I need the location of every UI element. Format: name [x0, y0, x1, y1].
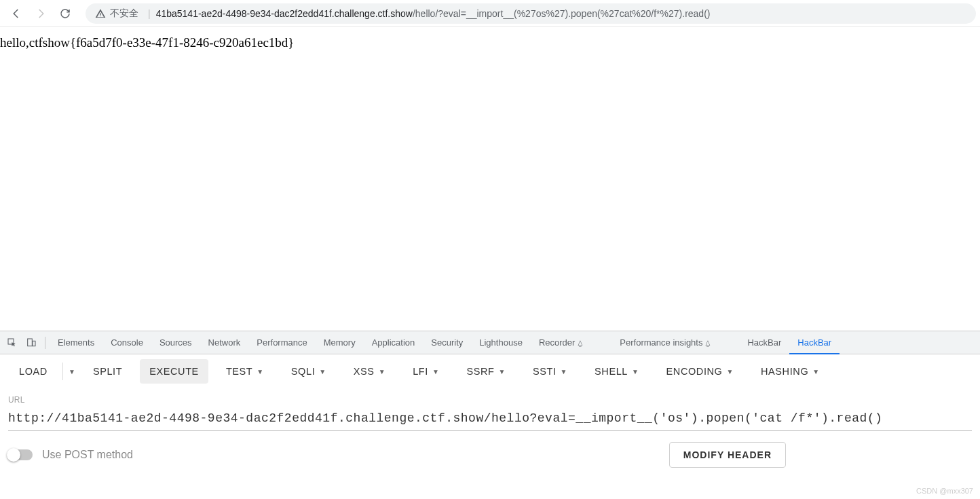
chevron-down-icon: ▼: [257, 368, 264, 375]
toolbar-divider: [62, 363, 63, 380]
inspect-icon: [7, 337, 18, 348]
forward-button[interactable]: [30, 3, 52, 24]
browser-toolbar: 不安全 | 41ba5141-ae2d-4498-9e34-dac2f2edd4…: [0, 0, 980, 27]
chevron-down-icon: ▼: [561, 368, 568, 375]
ssrf-menu-label: SSRF: [466, 366, 494, 377]
address-separator: |: [148, 8, 151, 19]
tab-performance-insights[interactable]: Performance insights⍙: [611, 331, 719, 354]
tab-memory[interactable]: Memory: [316, 331, 364, 354]
tab-sources[interactable]: Sources: [151, 331, 200, 354]
tab-elements[interactable]: Elements: [50, 331, 102, 354]
hackbar-form: URL Use POST method MODIFY HEADER: [0, 388, 980, 468]
test-menu[interactable]: TEST▼: [216, 359, 274, 384]
tab-recorder-label: Recorder: [539, 337, 575, 348]
svg-rect-2: [33, 341, 35, 346]
address-host: 41ba5141-ae2d-4498-9e34-dac2f2edd41f.cha…: [156, 8, 413, 19]
execute-button[interactable]: EXECUTE: [140, 359, 208, 384]
hashing-menu[interactable]: HASHING▼: [751, 359, 829, 384]
tab-hackbar-2[interactable]: HackBar: [789, 331, 840, 354]
test-menu-label: TEST: [226, 366, 252, 377]
chevron-down-icon: ▼: [379, 368, 386, 375]
encoding-menu[interactable]: ENCODING▼: [657, 359, 743, 384]
lfi-menu[interactable]: LFI▼: [403, 359, 449, 384]
chevron-down-icon: ▼: [812, 368, 820, 375]
devtools-panel: Elements Console Sources Network Perform…: [0, 331, 980, 499]
encoding-menu-label: ENCODING: [666, 366, 723, 377]
inspect-button[interactable]: [3, 333, 22, 352]
chevron-down-icon: ▼: [727, 368, 734, 375]
post-toggle-label: Use POST method: [42, 449, 133, 461]
sqli-menu[interactable]: SQLI▼: [282, 359, 336, 384]
flask-icon: ⍙: [705, 337, 711, 348]
sqli-menu-label: SQLI: [291, 366, 315, 377]
flask-icon: ⍙: [578, 337, 583, 348]
watermark: CSDN @mxx307: [916, 487, 973, 495]
chevron-down-icon: ▼: [319, 368, 326, 375]
lfi-menu-label: LFI: [413, 366, 428, 377]
svg-rect-1: [28, 339, 33, 346]
tab-console[interactable]: Console: [102, 331, 151, 354]
url-input[interactable]: [8, 409, 972, 431]
arrow-left-icon: [10, 7, 22, 20]
address-bar[interactable]: 不安全 | 41ba5141-ae2d-4498-9e34-dac2f2edd4…: [86, 3, 976, 24]
tab-lighthouse[interactable]: Lighthouse: [471, 331, 531, 354]
tab-security[interactable]: Security: [423, 331, 471, 354]
reload-button[interactable]: [54, 3, 76, 24]
device-icon: [26, 337, 37, 348]
load-button[interactable]: LOAD: [10, 359, 57, 384]
url-field-label: URL: [8, 395, 972, 405]
arrow-right-icon: [35, 7, 47, 20]
tab-performance[interactable]: Performance: [248, 331, 315, 354]
devtools-divider: [45, 337, 45, 349]
tab-network[interactable]: Network: [200, 331, 249, 354]
ssti-menu[interactable]: SSTI▼: [523, 359, 577, 384]
tab-perf-insights-label: Performance insights: [620, 337, 702, 348]
devtools-tab-bar: Elements Console Sources Network Perform…: [0, 331, 980, 354]
reload-icon: [59, 7, 71, 20]
shell-menu[interactable]: SHELL▼: [585, 359, 648, 384]
address-path: /hello/?eval=__import__(%27os%27).popen(…: [413, 8, 711, 19]
ssti-menu-label: SSTI: [533, 366, 557, 377]
page-text: hello,ctfshow{f6a5d7f0-e33e-47f1-8246-c9…: [0, 35, 294, 50]
chevron-down-icon: ▼: [432, 368, 440, 375]
hackbar-toolbar: LOAD ▼ SPLIT EXECUTE TEST▼ SQLI▼ XSS▼ LF…: [0, 354, 980, 388]
security-status-text: 不安全: [110, 7, 138, 20]
back-button[interactable]: [5, 3, 27, 24]
xss-menu[interactable]: XSS▼: [344, 359, 395, 384]
insecure-warning-icon: [95, 8, 106, 19]
toggle-knob: [7, 448, 20, 462]
page-body: hello,ctfshow{f6a5d7f0-e33e-47f1-8246-c9…: [0, 27, 980, 50]
load-dropdown-caret[interactable]: ▼: [64, 359, 79, 384]
ssrf-menu[interactable]: SSRF▼: [457, 359, 515, 384]
chevron-down-icon: ▼: [632, 368, 639, 375]
modify-header-button[interactable]: MODIFY HEADER: [669, 442, 786, 468]
tab-recorder[interactable]: Recorder⍙: [531, 331, 591, 354]
tab-hackbar-1[interactable]: HackBar: [739, 331, 789, 354]
post-method-toggle[interactable]: [8, 449, 33, 460]
split-button[interactable]: SPLIT: [83, 359, 132, 384]
hashing-menu-label: HASHING: [761, 366, 808, 377]
device-toggle-button[interactable]: [22, 333, 41, 352]
shell-menu-label: SHELL: [595, 366, 628, 377]
tab-application[interactable]: Application: [364, 331, 423, 354]
chevron-down-icon: ▼: [498, 368, 506, 375]
xss-menu-label: XSS: [354, 366, 375, 377]
